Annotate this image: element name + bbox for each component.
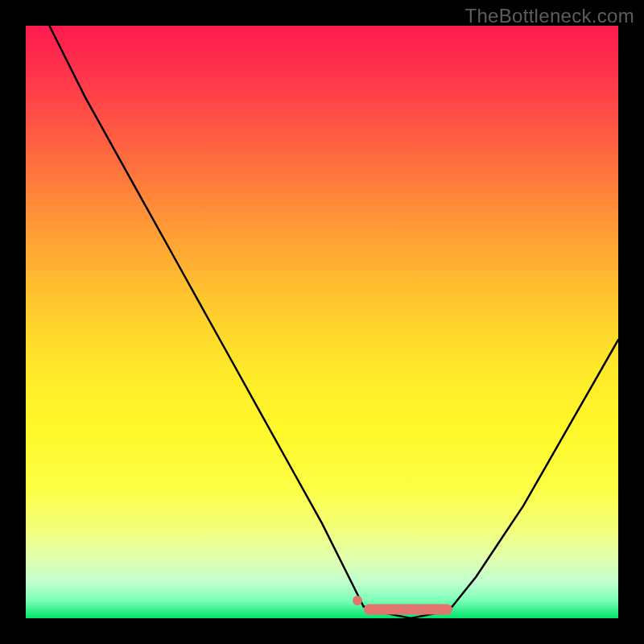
chart-container: TheBottleneck.com — [0, 0, 644, 644]
highlight-segment — [364, 604, 452, 614]
left-curve — [49, 26, 363, 606]
highlight-dot — [353, 596, 362, 605]
watermark-text: TheBottleneck.com — [464, 5, 634, 27]
right-curve — [452, 340, 618, 606]
curve-layer — [26, 26, 618, 618]
plot-area — [26, 26, 618, 618]
